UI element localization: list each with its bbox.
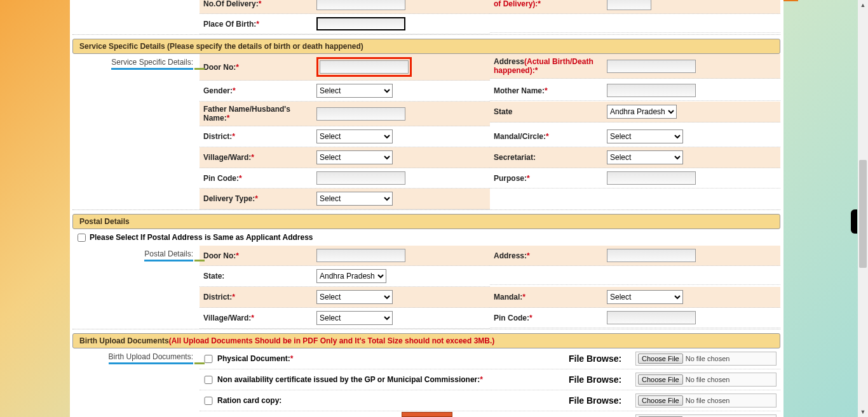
purpose-input[interactable]	[607, 171, 696, 185]
scroll-down-icon[interactable]: ▼	[858, 407, 868, 417]
doc3-label: Ration card copy:	[217, 396, 569, 405]
p-mandal-select[interactable]: Select	[607, 290, 683, 304]
upload-section-header: Birth Upload Documents(All Upload Docume…	[72, 333, 780, 348]
mandal-circle-select[interactable]: Select	[607, 129, 683, 143]
district-label: District:*	[203, 132, 316, 141]
postal-section-header: Postal Details	[72, 214, 780, 229]
p-address-label: Address:*	[494, 251, 607, 260]
gender-label: Gender:*	[203, 86, 316, 95]
doc1-file-input[interactable]: Choose FileNo file chosen	[635, 352, 776, 366]
of-delivery-label: of Delivery):*	[494, 0, 607, 8]
door-no-input[interactable]	[320, 60, 409, 74]
p-address-input[interactable]	[607, 249, 696, 262]
father-name-input[interactable]	[316, 107, 405, 121]
service-section-header: Service Specific Details (Please specify…	[72, 39, 780, 54]
state-select[interactable]: Andhra Pradesh	[607, 105, 677, 119]
upload-side-label: Birth Upload Documents:	[109, 352, 193, 364]
pincode-input[interactable]	[316, 171, 405, 185]
of-delivery-input[interactable]	[607, 0, 651, 10]
purpose-label: Purpose:*	[494, 174, 607, 183]
no-delivery-input[interactable]	[316, 0, 405, 10]
doc1-label: Physical Document:*	[217, 354, 569, 363]
doc1-checkbox[interactable]	[203, 355, 214, 363]
mother-name-input[interactable]	[607, 84, 696, 97]
village-ward-label: Village/Ward:*	[203, 153, 316, 162]
mandal-circle-label: Mandal/Circle:*	[494, 132, 607, 141]
doc2-label: Non availability certificate issued by t…	[217, 375, 569, 384]
side-tab[interactable]	[851, 209, 857, 234]
gender-select[interactable]: Select	[316, 84, 393, 98]
p-pincode-label: Pin Code:*	[494, 314, 607, 322]
doc2-file-input[interactable]: Choose FileNo file chosen	[635, 373, 776, 387]
scroll-up-icon[interactable]: ▲	[858, 0, 868, 10]
scrollbar[interactable]: ▲ ▼	[858, 0, 868, 417]
service-side-label: Service Specific Details:	[111, 58, 193, 70]
village-ward-select[interactable]: Select	[316, 150, 393, 164]
p-district-select[interactable]: Select	[316, 290, 393, 304]
father-name-label: Father Name/Husband's Name:*	[203, 105, 316, 122]
delivery-type-label: Delivery Type:*	[203, 194, 316, 203]
delivery-type-select[interactable]: Select	[316, 192, 393, 206]
address-label: Address(Actual Birth/Death happened):*	[494, 57, 607, 75]
pincode-label: Pin Code:*	[203, 174, 316, 183]
place-of-birth-input[interactable]	[316, 17, 405, 30]
p-mandal-label: Mandal:*	[494, 293, 607, 301]
p-doorno-label: Door No:*	[203, 251, 316, 260]
doc3-file-input[interactable]: Choose FileNo file chosen	[635, 394, 776, 407]
doc2-checkbox[interactable]	[203, 376, 214, 384]
p-state-select[interactable]: Andhra Pradesh	[316, 269, 386, 283]
postal-same-checkbox[interactable]	[78, 234, 86, 242]
postal-same-label: Please Select If Postal Address is Same …	[90, 233, 313, 242]
address-input[interactable]	[607, 60, 696, 73]
doc4-file-input[interactable]: Choose FileNo file chosen	[635, 414, 776, 417]
submit-button[interactable]	[402, 412, 452, 417]
p-pincode-input[interactable]	[607, 311, 696, 324]
mother-name-label: Mother Name:*	[494, 86, 607, 95]
place-of-birth-label: Place Of Birth:*	[203, 20, 316, 29]
district-select[interactable]: Select	[316, 129, 393, 143]
p-district-label: District:*	[203, 293, 316, 301]
p-doorno-input[interactable]	[316, 249, 405, 262]
p-state-label: State:	[203, 272, 316, 281]
secretariat-select[interactable]: Select	[607, 150, 683, 164]
doc3-checkbox[interactable]	[203, 397, 214, 405]
state-label: State	[494, 107, 607, 116]
file-browse-label: File Browse:	[569, 354, 635, 364]
p-village-select[interactable]: Select	[316, 311, 393, 325]
no-delivery-label: No.Of Delivery:*	[203, 0, 316, 8]
door-no-label: Door No:*	[203, 63, 316, 72]
p-village-label: Village/Ward:*	[203, 314, 316, 322]
secretariat-label: Secretariat:	[494, 153, 607, 162]
postal-side-label: Postal Details:	[144, 249, 193, 261]
scroll-thumb[interactable]	[859, 160, 867, 268]
